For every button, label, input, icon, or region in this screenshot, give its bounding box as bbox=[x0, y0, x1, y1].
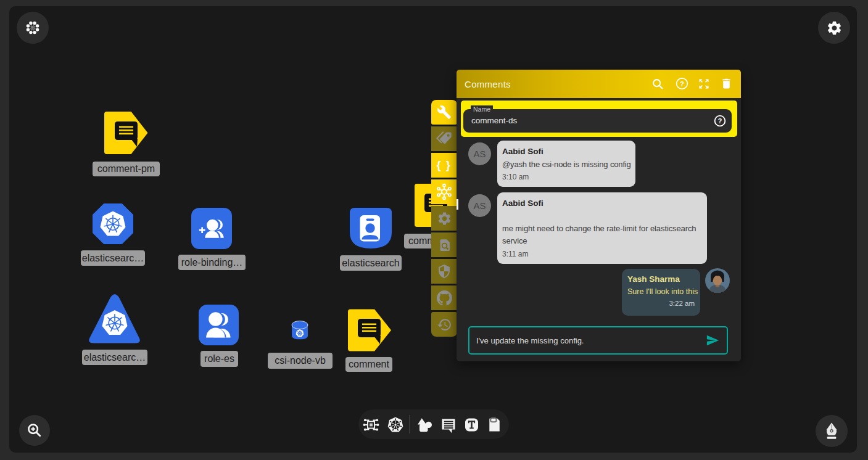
svg-text:?: ? bbox=[680, 80, 684, 88]
svg-text:?: ? bbox=[718, 117, 722, 125]
